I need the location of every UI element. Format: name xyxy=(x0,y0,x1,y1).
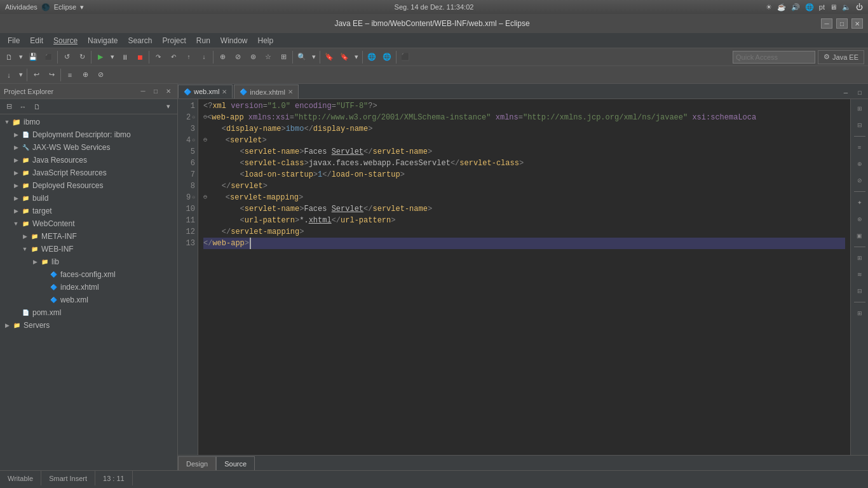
index-xhtml-tab-close[interactable]: ✕ xyxy=(288,88,293,95)
right-sidebar-btn-7[interactable]: ⊛ xyxy=(853,212,867,226)
tree-link-editor[interactable]: ↔ xyxy=(17,100,29,113)
back-button[interactable]: ↺ xyxy=(59,50,74,65)
stop-button[interactable]: ⏹ xyxy=(132,50,147,65)
right-sidebar-btn-8[interactable]: ▣ xyxy=(853,229,867,243)
right-sidebar-btn-6[interactable]: ✦ xyxy=(853,196,867,210)
save-all-button[interactable]: ⬛ xyxy=(41,50,56,65)
debug-step-ret[interactable]: ↓ xyxy=(196,50,212,65)
menu-window[interactable]: Window xyxy=(215,33,253,48)
activities-label[interactable]: Atividades xyxy=(5,3,37,11)
toolbar2-misc1[interactable]: ≡ xyxy=(62,67,78,83)
suspend-button[interactable]: ⏸ xyxy=(117,50,132,65)
menu-edit[interactable]: Edit xyxy=(25,33,48,48)
code-editor[interactable]: <?xml version="1.0" encoding="UTF-8"?> ⊖… xyxy=(198,99,850,455)
tree-item-servers[interactable]: ▶ 📁 Servers xyxy=(0,319,177,332)
toolbar2-prev[interactable]: ↓ xyxy=(1,67,17,83)
editor-tab-index-xhtml[interactable]: 🔷 index.xhtml ✕ xyxy=(234,85,299,98)
toolbar-ext1[interactable]: 🌐 xyxy=(364,50,379,65)
new-button[interactable]: 🗋 xyxy=(1,50,17,65)
quick-access-input[interactable] xyxy=(733,51,815,64)
menu-search[interactable]: Search xyxy=(123,33,157,48)
tree-item-webcontent[interactable]: ▼ 📁 WebContent xyxy=(0,217,177,230)
panel-minimize-button[interactable]: ─ xyxy=(138,86,148,97)
tree-item-pom-xml[interactable]: ▶ 📄 pom.xml xyxy=(0,306,177,319)
tree-item-web-xml[interactable]: ▶ 🔷 web.xml xyxy=(0,294,177,306)
right-sidebar-btn-11[interactable]: ⊟ xyxy=(853,284,867,298)
eclipse-label[interactable]: Eclipse xyxy=(54,3,76,11)
java-ee-button[interactable]: ⚙ Java EE xyxy=(818,50,864,64)
tree-item-deployed-resources[interactable]: ▶ 📁 Deployed Resources xyxy=(0,179,177,192)
panel-close-button[interactable]: ✕ xyxy=(163,86,173,97)
tree-dropdown-menu[interactable]: ▾ xyxy=(162,100,175,113)
run-button[interactable]: ▶ xyxy=(93,50,108,65)
toolbar-extra[interactable]: ⬛ xyxy=(398,50,413,65)
editor-tab-web-xml[interactable]: 🔷 web.xml ✕ xyxy=(178,85,233,98)
right-sidebar-btn-3[interactable]: ≡ xyxy=(853,140,867,154)
toolbar-misc-4[interactable]: ☆ xyxy=(261,50,276,65)
toolbar2-synced[interactable]: ↩ xyxy=(29,67,44,83)
tree-item-deployment-descriptor[interactable]: ▶ 📄 Deployment Descriptor: ibmo xyxy=(0,128,177,141)
forward-button[interactable]: ↻ xyxy=(74,50,90,65)
toolbar-search[interactable]: 🔍 xyxy=(294,50,309,65)
tree-item-target[interactable]: ▶ 📁 target xyxy=(0,205,177,217)
tree-item-index-xhtml[interactable]: ▶ 🔷 index.xhtml xyxy=(0,281,177,294)
save-button[interactable]: 💾 xyxy=(25,50,41,65)
toolbar-marker-drop[interactable]: ▾ xyxy=(352,50,361,65)
right-sidebar-btn-5[interactable]: ⊘ xyxy=(853,173,867,187)
tree-item-jaxws[interactable]: ▶ 🔧 JAX-WS Web Services xyxy=(0,141,177,154)
restore-button[interactable]: □ xyxy=(836,18,848,29)
tree-collapse-all[interactable]: ⊟ xyxy=(3,100,15,113)
toolbar2-misc3[interactable]: ⊘ xyxy=(93,67,108,83)
menu-help[interactable]: Help xyxy=(253,33,279,48)
tree-new[interactable]: 🗋 xyxy=(31,100,43,113)
debug-step-out[interactable]: ↑ xyxy=(181,50,196,65)
code-attr-1b: encoding xyxy=(295,100,332,112)
toolbar-ext2[interactable]: 🌐 xyxy=(379,50,395,65)
toolbar-misc-5[interactable]: ⊞ xyxy=(276,50,291,65)
toolbar-misc-1[interactable]: ⊕ xyxy=(215,50,230,65)
tree-item-web-inf[interactable]: ▼ 📁 WEB-INF xyxy=(0,243,177,255)
right-sidebar-btn-2[interactable]: ⊟ xyxy=(853,118,867,132)
editor-bottom-tabs: Design Source xyxy=(178,455,868,470)
tree-item-js-resources[interactable]: ▶ 📁 JavaScript Resources xyxy=(0,166,177,179)
editor-minimize-btn[interactable]: ─ xyxy=(840,87,851,98)
power-icon[interactable]: ⏻ xyxy=(856,3,863,11)
right-sidebar-btn-1[interactable]: ⊞ xyxy=(853,102,867,116)
toolbar2-link[interactable]: ↪ xyxy=(44,67,59,83)
right-sidebar-btn-4[interactable]: ⊕ xyxy=(853,157,867,171)
tree-item-java-resources[interactable]: ▶ 📁 Java Resources xyxy=(0,154,177,166)
window-controls[interactable]: ─ □ ✕ xyxy=(821,18,863,29)
menu-navigate[interactable]: Navigate xyxy=(83,33,123,48)
eclipse-dropdown-icon[interactable]: ▾ xyxy=(80,3,84,11)
menu-source[interactable]: Source xyxy=(48,33,83,48)
new-dropdown-button[interactable]: ▾ xyxy=(17,50,25,65)
toolbar-misc-3[interactable]: ⊛ xyxy=(245,50,261,65)
source-tab[interactable]: Source xyxy=(216,456,255,470)
right-sidebar-btn-12[interactable]: ⊞ xyxy=(853,306,867,320)
debug-step-into[interactable]: ↷ xyxy=(151,50,166,65)
minimize-button[interactable]: ─ xyxy=(821,18,832,29)
close-button[interactable]: ✕ xyxy=(851,18,863,29)
tree-item-build[interactable]: ▶ 📁 build xyxy=(0,192,177,205)
tree-item-ibmo[interactable]: ▼ 📁 ibmo xyxy=(0,116,177,128)
tree-item-meta-inf[interactable]: ▶ 📁 META-INF xyxy=(0,230,177,243)
run-dropdown[interactable]: ▾ xyxy=(108,50,117,65)
editor-maximize-btn[interactable]: □ xyxy=(854,87,865,98)
right-sidebar-btn-10[interactable]: ≋ xyxy=(853,268,867,281)
tree-item-faces-config[interactable]: ▶ 🔷 faces-config.xml xyxy=(0,268,177,281)
panel-maximize-button[interactable]: □ xyxy=(151,86,161,97)
toolbar-misc-2[interactable]: ⊘ xyxy=(230,50,245,65)
web-xml-tab-close[interactable]: ✕ xyxy=(222,88,227,95)
design-tab[interactable]: Design xyxy=(178,456,216,470)
toolbar2-misc2[interactable]: ⊕ xyxy=(78,67,93,83)
menu-project[interactable]: Project xyxy=(157,33,191,48)
menu-run[interactable]: Run xyxy=(191,33,215,48)
toolbar2-prev-drop[interactable]: ▾ xyxy=(17,67,25,83)
debug-step-over[interactable]: ↶ xyxy=(166,50,181,65)
tree-item-lib[interactable]: ▶ 📁 lib xyxy=(0,255,177,268)
toolbar-search-drop[interactable]: ▾ xyxy=(309,50,318,65)
menu-file[interactable]: File xyxy=(3,33,25,48)
right-sidebar-btn-9[interactable]: ⊞ xyxy=(853,251,867,265)
toolbar-marker2[interactable]: 🔖 xyxy=(337,50,352,65)
toolbar-marker1[interactable]: 🔖 xyxy=(322,50,337,65)
